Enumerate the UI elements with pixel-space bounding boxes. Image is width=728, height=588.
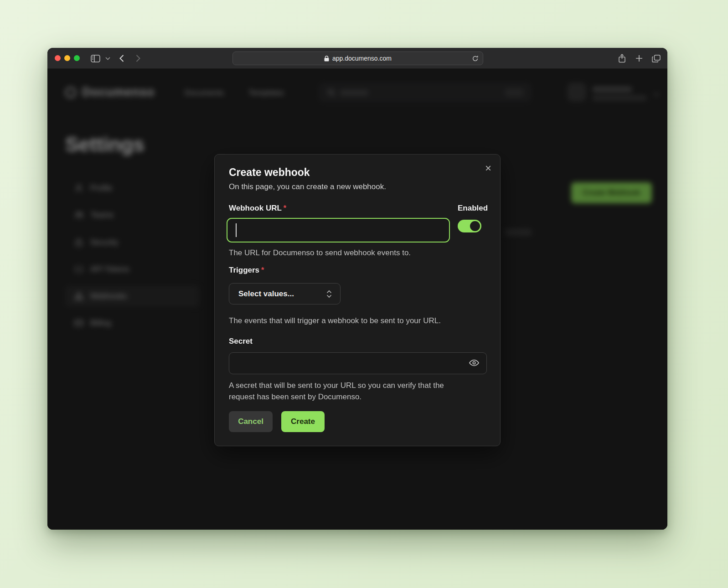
triggers-label: Triggers* [229, 266, 264, 275]
close-icon[interactable]: × [482, 162, 495, 175]
eye-icon[interactable] [467, 358, 481, 369]
address-text: app.documenso.com [332, 55, 392, 62]
text-caret [236, 223, 237, 237]
reload-icon[interactable] [472, 55, 479, 63]
create-button[interactable]: Create [281, 411, 325, 432]
secret-input[interactable] [229, 352, 487, 374]
minimize-window-button[interactable] [64, 55, 70, 61]
enabled-label: Enabled [458, 204, 488, 213]
required-marker: * [261, 266, 264, 274]
lock-icon [324, 56, 329, 62]
cancel-button[interactable]: Cancel [229, 411, 273, 432]
webhook-url-input[interactable] [227, 218, 450, 242]
chevron-down-icon[interactable] [104, 48, 111, 69]
enabled-toggle[interactable] [458, 220, 481, 232]
zoom-window-button[interactable] [74, 55, 80, 61]
address-bar[interactable]: app.documenso.com [232, 52, 483, 65]
forward-icon[interactable] [133, 48, 143, 69]
dialog-title: Create webhook [229, 166, 310, 179]
toggle-knob [470, 221, 480, 231]
secret-helper: A secret that will be sent to your URL s… [229, 380, 468, 402]
tab-overview-icon[interactable] [650, 48, 662, 69]
close-window-button[interactable] [55, 55, 61, 61]
browser-toolbar: app.documenso.com [47, 48, 667, 69]
triggers-select-placeholder: Select values... [238, 289, 326, 299]
new-tab-icon[interactable] [634, 48, 645, 69]
required-marker: * [284, 204, 287, 212]
dialog-description: On this page, you can create a new webho… [229, 182, 386, 191]
back-icon[interactable] [117, 48, 127, 69]
create-webhook-dialog: Create webhook × On this page, you can c… [214, 154, 501, 446]
triggers-helper: The events that will trigger a webhook t… [229, 315, 441, 326]
webhook-url-label: Webhook URL* [229, 204, 286, 213]
chevron-up-down-icon [326, 290, 332, 298]
webhook-url-helper: The URL for Documenso to send webhook ev… [229, 247, 411, 258]
share-icon[interactable] [616, 48, 627, 69]
triggers-select[interactable]: Select values... [229, 283, 341, 304]
browser-window: app.documenso.com Documenso [47, 48, 667, 530]
secret-label: Secret [229, 337, 253, 346]
sidebar-toggle-icon[interactable] [89, 48, 101, 69]
